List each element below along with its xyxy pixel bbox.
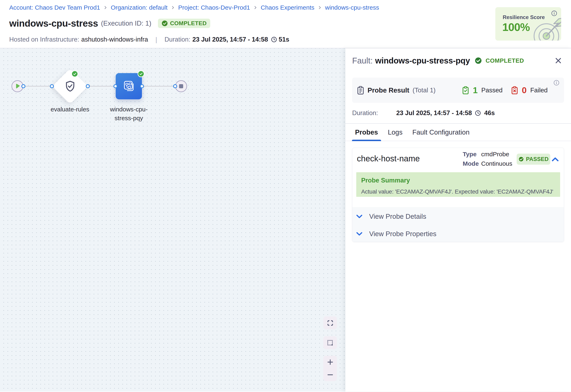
chevron-right-icon (103, 5, 108, 10)
probe-summary: Probe Summary Actual value: 'EC2AMAZ-QMV… (356, 172, 560, 197)
play-icon (15, 84, 20, 89)
chevron-down-icon (356, 232, 362, 236)
node-success-icon (138, 70, 144, 77)
fault-status: COMPLETED (485, 57, 524, 64)
probe-result-title: Probe Result (368, 86, 409, 94)
stop-icon (179, 84, 183, 88)
chevron-right-icon (253, 5, 258, 10)
check-circle-icon (475, 57, 482, 64)
status-badge-label: COMPLETED (170, 20, 207, 27)
selection-button[interactable] (323, 336, 337, 349)
chevron-right-icon (171, 5, 175, 10)
fault-name: windows-cpu-stress-pqy (375, 56, 470, 65)
chaos-fault-icon (122, 80, 135, 93)
probe-summary-text: Actual value: 'EC2AMAZ-QMVAF4J'. Expecte… (361, 188, 555, 195)
failed-count: 0 (522, 85, 526, 95)
edge-port[interactable] (173, 84, 177, 88)
breadcrumb-current[interactable]: windows-cpu-stress (325, 4, 379, 11)
resilience-score-card: Resilience Score 100% (495, 7, 561, 41)
probe-card: check-host-name Type cmdProbe Mode Conti… (352, 148, 564, 242)
tab-bar: Probes Logs Fault Configuration (346, 123, 571, 141)
probe-meta: Type cmdProbe Mode Continuous (463, 150, 512, 168)
clock-icon (475, 110, 481, 116)
probe-type-value: cmdProbe (481, 151, 509, 158)
fault-duration-label: Duration: (352, 109, 396, 117)
zoom-out-button[interactable] (323, 368, 337, 381)
node-label: evaluate-rules (39, 105, 101, 114)
probe-name: check-host-name (357, 154, 420, 163)
fault-panel-header: Fault: windows-cpu-stress-pqy COMPLETED (346, 48, 571, 66)
probe-card-footer: View Probe Details View Probe Properties (352, 207, 564, 242)
canvas-controls (323, 316, 337, 381)
fault-label: Fault: (352, 56, 373, 65)
resilience-score-label: Resilience Score (503, 14, 545, 20)
info-icon[interactable] (551, 10, 557, 17)
view-probe-details-label: View Probe Details (369, 213, 426, 220)
view-probe-properties-label: View Probe Properties (369, 230, 436, 238)
duration-label: Duration: (165, 36, 190, 43)
breadcrumb-chaos-experiments[interactable]: Chaos Experiments (261, 4, 315, 11)
edge-port[interactable] (140, 84, 144, 88)
fullscreen-icon (327, 320, 334, 326)
node-label: windows-cpu-stress-pqy (106, 105, 151, 123)
page-header: Account: Chaos Dev Team Prod1 Organizati… (0, 0, 571, 48)
close-icon (554, 56, 562, 65)
fault-duration-value: 23 Jul 2025, 14:57 - 14:58 (396, 109, 472, 117)
view-probe-properties-row[interactable]: View Probe Properties (352, 225, 564, 242)
clipboard-check-icon (462, 86, 469, 95)
probe-result-summary: Probe Result (Total 1) 1 Passed (352, 78, 564, 103)
page-title: windows-cpu-stress (9, 18, 98, 29)
breadcrumb-project[interactable]: Project: Chaos-Dev-Prod1 (178, 4, 250, 11)
edge-port[interactable] (21, 84, 25, 88)
title-row: windows-cpu-stress (Execution ID: 1) COM… (9, 18, 210, 29)
duration-value: 23 Jul 2025, 14:57 - 14:58 (192, 36, 268, 43)
probe-status-label: PASSED (526, 156, 548, 162)
chevron-down-icon (356, 214, 362, 219)
edge-port[interactable] (50, 84, 54, 88)
clock-icon (271, 36, 277, 42)
resilience-score-value: 100% (502, 21, 530, 33)
fault-duration-row: Duration: 23 Jul 2025, 14:57 - 14:58 46s (352, 109, 564, 118)
execution-id: (Execution ID: 1) (101, 19, 151, 27)
edge-port[interactable] (86, 84, 90, 88)
probe-mode-value: Continuous (481, 160, 512, 167)
probe-result-total: (Total 1) (413, 87, 436, 94)
node-success-icon (71, 70, 78, 77)
zoom-in-button[interactable] (323, 356, 337, 368)
chevron-up-icon (552, 157, 559, 162)
fullscreen-button[interactable] (323, 316, 337, 329)
check-circle-icon (162, 20, 168, 27)
page: Account: Chaos Dev Team Prod1 Organizati… (0, 0, 571, 392)
shield-check-icon (65, 81, 75, 93)
clipboard-x-icon (511, 86, 518, 95)
clipboard-icon (357, 86, 365, 95)
collapse-button[interactable] (551, 155, 560, 163)
edge-port[interactable] (113, 84, 118, 88)
pipeline-canvas[interactable]: evaluate-rules (0, 48, 346, 392)
breadcrumb-account[interactable]: Account: Chaos Dev Team Prod1 (9, 4, 100, 11)
breadcrumb-organization[interactable]: Organization: default (111, 4, 167, 11)
fault-duration-seconds: 46s (484, 109, 495, 117)
tab-fault-configuration[interactable]: Fault Configuration (409, 124, 473, 141)
tab-logs[interactable]: Logs (385, 124, 406, 141)
probe-type-label: Type (463, 151, 481, 158)
marquee-select-icon (327, 339, 334, 346)
breadcrumb: Account: Chaos Dev Team Prod1 Organizati… (9, 4, 379, 11)
probe-mode-label: Mode (463, 160, 481, 167)
close-button[interactable] (554, 56, 562, 65)
pipeline-node-windows-cpu-stress-pqy[interactable] (116, 73, 142, 99)
tab-probes[interactable]: Probes (352, 124, 381, 141)
probe-status-badge: PASSED (517, 154, 550, 165)
infra-label: Hosted on Infrastructure: (9, 36, 79, 43)
chevron-right-icon (317, 5, 322, 10)
fault-details-panel: Fault: windows-cpu-stress-pqy COMPLETED (346, 48, 571, 392)
infra-value: ashutosh-windows-infra (81, 36, 148, 43)
failed-label: Failed (530, 87, 548, 94)
probe-summary-title: Probe Summary (361, 177, 555, 184)
status-badge: COMPLETED (158, 19, 210, 28)
zoom-controls (323, 356, 337, 381)
info-icon[interactable] (553, 80, 559, 87)
vertical-divider: | (155, 36, 157, 43)
view-probe-details-row[interactable]: View Probe Details (352, 208, 564, 225)
duration-seconds: 51s (279, 36, 289, 43)
